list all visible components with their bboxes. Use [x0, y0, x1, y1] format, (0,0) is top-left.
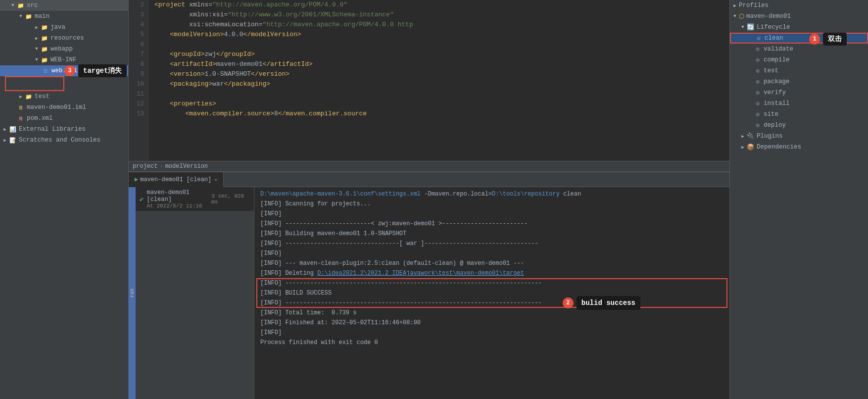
- gear-icon-package: ⚙: [754, 78, 762, 86]
- sidebar-item-src[interactable]: ▼ 📁 src: [0, 0, 128, 11]
- sidebar-item-scratches[interactable]: ▶ 📝 Scratches and Consoles: [0, 135, 128, 146]
- sidebar-label-resources: resources: [50, 35, 84, 42]
- annotation1-bubble: 双击: [823, 33, 847, 46]
- sidebar-item-extlibs[interactable]: ▶ 📊 External Libraries: [0, 124, 128, 135]
- folder-icon-webapp: 📁: [41, 45, 48, 53]
- console-line-5: [INFO] --------------------------------[…: [260, 239, 723, 249]
- arrow-profiles: ▶: [732, 2, 738, 8]
- maven-lifecycle-header[interactable]: ▼ 🔄 Lifecycle: [730, 22, 868, 33]
- gear-icon-clean: ⚙: [755, 34, 763, 42]
- sidebar-label-iml: maven-demo01.iml: [27, 104, 86, 111]
- run-tab-label: maven-demo01 [clean]: [140, 176, 211, 183]
- folder-icon-resources: 📁: [41, 34, 48, 42]
- sidebar-label-extlibs: External Libraries: [19, 126, 86, 133]
- code-line-2: <project xmlns="http://maven.apache.org/…: [154, 0, 729, 10]
- run-tab[interactable]: ▶ maven-demo01 [clean] ✕: [129, 172, 224, 187]
- sidebar-item-java[interactable]: ▶ 📁 java: [0, 22, 128, 33]
- maven-profiles-header[interactable]: ▶ Profiles: [730, 0, 868, 11]
- maven-project-label: maven-demo01: [746, 13, 791, 20]
- breadcrumb: project › modelVersion: [129, 161, 729, 171]
- console-line-3: [INFO] ------------------------< zwj:mav…: [260, 219, 723, 229]
- sidebar-label-scratches: Scratches and Consoles: [19, 137, 100, 144]
- code-line-8: <artifactId>maven-demo01</artifactId>: [154, 59, 729, 69]
- sidebar-item-webapp[interactable]: ▼ 📁 webapp: [0, 44, 128, 54]
- sidebar-item-webinf[interactable]: ▼ 📁 WEB-INF: [0, 54, 128, 65]
- run-item[interactable]: ✔ maven-demo01 [clean] At 2022/5/2 11:16…: [136, 187, 254, 211]
- arrow-main: ▼: [18, 13, 24, 19]
- gear-icon-install: ⚙: [754, 100, 762, 107]
- lifecycle-label: Lifecycle: [757, 24, 790, 31]
- arrow-webapp: ▼: [34, 46, 40, 52]
- breadcrumb-sep: ›: [159, 163, 163, 170]
- arrow-java: ▶: [34, 24, 40, 30]
- project-icon: ⬡: [739, 12, 744, 20]
- sidebar-label-main: main: [35, 13, 49, 20]
- breadcrumb-modelversion[interactable]: modelVersion: [165, 163, 208, 170]
- folder-icon-src: 📁: [17, 1, 25, 9]
- sidebar-item-test[interactable]: ▶ 📁 test: [0, 91, 128, 102]
- run-item-time: At 2022/5/2 11:16: [146, 203, 211, 209]
- maven-lifecycle-verify[interactable]: ⚙ verify: [730, 87, 868, 98]
- console-line-14: [INFO]: [260, 328, 723, 338]
- gear-icon-verify: ⚙: [754, 89, 762, 97]
- run-tab-icon: ▶: [135, 176, 138, 183]
- tab-close-button[interactable]: ✕: [214, 177, 217, 183]
- maven-lifecycle-install[interactable]: ⚙ install: [730, 98, 868, 109]
- folder-icon-test: 📁: [25, 93, 33, 100]
- file-icon-pomxml: 🗎: [17, 114, 25, 122]
- breadcrumb-project[interactable]: project: [133, 163, 157, 170]
- console-line-6: [INFO]: [260, 249, 723, 258]
- console-line-13: [INFO] Finished at: 2022-05-02T11:16:46+…: [260, 318, 723, 328]
- maven-lifecycle-compile[interactable]: ⚙ compile: [730, 54, 868, 65]
- maven-lifecycle-package[interactable]: ⚙ package: [730, 76, 868, 87]
- maven-lifecycle-site[interactable]: ⚙ site: [730, 109, 868, 120]
- maven-lifecycle-deploy[interactable]: ⚙ deploy: [730, 120, 868, 131]
- run-duration: 3 sec, 929 ms: [211, 193, 250, 205]
- annotation3-circle: 3: [64, 65, 75, 76]
- arrow-project: ▼: [732, 13, 738, 19]
- bottom-panel: ▶ maven-demo01 [clean] ✕ run ✔ maven-dem…: [129, 171, 729, 399]
- console-line-1: [INFO] Scanning for projects...: [260, 199, 723, 209]
- arrow-lifecycle: ▼: [740, 24, 746, 30]
- delete-link[interactable]: D:\idea2021.2\2021.2_IDEAjavawork\test\m…: [317, 270, 524, 277]
- maven-lifecycle-clean[interactable]: ⚙ clean: [730, 33, 868, 44]
- extlibs-icon: 📊: [9, 125, 17, 133]
- run-vertical-label[interactable]: run: [129, 187, 136, 399]
- arrow-test: ▶: [18, 94, 24, 100]
- maven-lifecycle-validate[interactable]: ⚙ validate: [730, 44, 868, 54]
- lifecycle-icon: 🔄: [747, 23, 755, 31]
- annotation3-bubble: target消失: [78, 64, 127, 77]
- maven-project-header[interactable]: ▼ ⬡ maven-demo01: [730, 11, 868, 22]
- profiles-label: Profiles: [739, 2, 769, 9]
- sidebar-item-main[interactable]: ▼ 📁 main: [0, 11, 128, 22]
- sidebar-item-iml[interactable]: 🗎 maven-demo01.iml: [0, 102, 128, 113]
- lifecycle-package-label: package: [764, 78, 790, 85]
- code-line-7: <groupId>zwj</groupId>: [154, 50, 729, 59]
- run-item-label: maven-demo01 [clean]: [146, 189, 211, 203]
- maven-lifecycle-test[interactable]: ⚙ test: [730, 65, 868, 76]
- annotation1-circle: 1: [809, 34, 820, 45]
- arrow-plugins: ▶: [740, 133, 746, 139]
- console-output[interactable]: D:\maven\apache-maven-3.6.1\conf\setting…: [254, 187, 729, 399]
- maven-dependencies-header[interactable]: ▶ 📦 Dependencies: [730, 142, 868, 152]
- sidebar-item-pomxml[interactable]: 🗎 pom.xml: [0, 113, 128, 124]
- code-line-12: <properties>: [154, 99, 729, 109]
- editor-content: 2 3 4 5 6 7 8 9 10 11 12 13 <project xml…: [129, 0, 729, 161]
- main-layout: ▼ 📁 src ▼ 📁 main ▶ 📁 java ▶ 📁 resources: [0, 0, 868, 399]
- arrow-resources: ▶: [34, 35, 40, 41]
- code-line-9: <version>1.0-SNAPSHOT</version>: [154, 69, 729, 79]
- code-area[interactable]: <project xmlns="http://maven.apache.org/…: [148, 0, 729, 161]
- arrow-scratches: ▶: [2, 137, 8, 143]
- sidebar-label-webapp: webapp: [50, 46, 73, 52]
- code-line-3: xmlns:xsi="http://www.w3.org/2001/XMLSch…: [154, 10, 729, 20]
- arrow-extlibs: ▶: [2, 126, 8, 132]
- gear-icon-test: ⚙: [754, 67, 762, 75]
- dependencies-icon: 📦: [747, 143, 755, 151]
- folder-icon-webinf: 📁: [41, 56, 48, 64]
- sidebar-item-resources[interactable]: ▶ 📁 resources: [0, 33, 128, 44]
- code-line-13: <maven.compiler.source>8</maven.compiler…: [154, 109, 729, 119]
- code-line-10: <packaging>war</packaging>: [154, 79, 729, 89]
- lifecycle-validate-label: validate: [764, 46, 793, 52]
- lifecycle-deploy-label: deploy: [764, 122, 786, 129]
- maven-plugins-header[interactable]: ▶ 🔌 Plugins: [730, 131, 868, 142]
